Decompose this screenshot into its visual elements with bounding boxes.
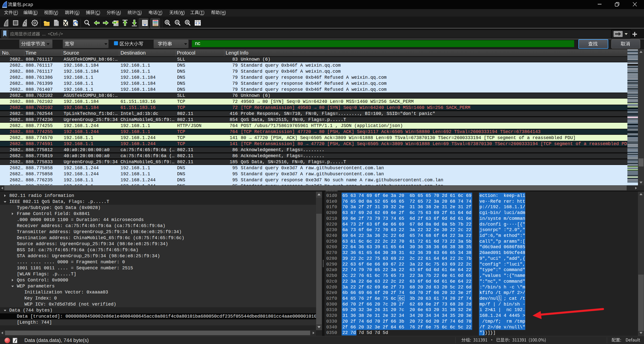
svg-text:0111: 0111 [55, 24, 58, 26]
